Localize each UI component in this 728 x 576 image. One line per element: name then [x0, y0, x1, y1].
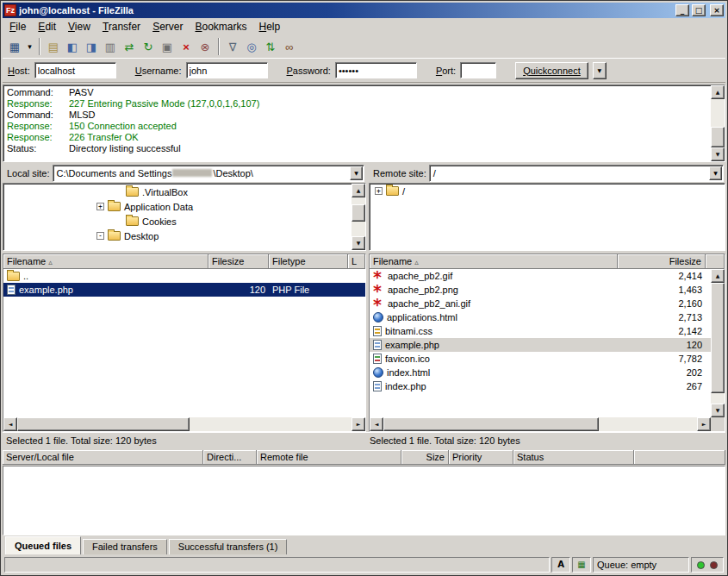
file-row[interactable]: applications.html 2,713: [370, 310, 711, 324]
scrollbar-thumb[interactable]: [352, 204, 365, 222]
scroll-right-button[interactable]: [697, 417, 711, 431]
column-header-filesize[interactable]: Filesize: [208, 254, 269, 269]
scroll-down-button[interactable]: [352, 236, 365, 250]
file-row[interactable]: apache_pb2_ani.gif 2,160: [370, 297, 711, 310]
scroll-down-button[interactable]: [711, 147, 725, 161]
scroll-up-button[interactable]: [711, 269, 725, 283]
php-file-icon: [7, 285, 16, 295]
file-row[interactable]: index.html 202: [370, 366, 711, 379]
tree-scrollbar[interactable]: [352, 184, 365, 250]
column-header-server-local-file[interactable]: Server/Local file: [3, 450, 203, 465]
column-header-filename[interactable]: Filename: [370, 254, 618, 269]
minimize-button[interactable]: _: [675, 4, 689, 16]
redacted-username: [172, 169, 212, 177]
port-label: Port:: [436, 66, 456, 76]
combo-dropdown-button[interactable]: [709, 166, 722, 180]
file-row-parent-dir[interactable]: ..: [3, 269, 365, 283]
tree-item[interactable]: - Desktop: [3, 229, 352, 243]
file-row[interactable]: bitnami.css 2,142: [370, 324, 711, 338]
log-text: MLSD: [69, 110, 96, 121]
menu-help[interactable]: Help: [253, 19, 287, 35]
menu-transfer[interactable]: Transfer: [96, 19, 146, 35]
log-scrollbar[interactable]: [711, 85, 725, 161]
toggle-message-log-button[interactable]: ▤: [44, 37, 63, 56]
transfer-files-button[interactable]: ⇄: [120, 37, 139, 56]
maximize-button[interactable]: □: [692, 4, 706, 16]
scrollbar-thumb[interactable]: [383, 417, 599, 431]
file-row[interactable]: index.php 267: [370, 379, 711, 393]
file-row[interactable]: apache_pb2.png 1,463: [370, 283, 711, 297]
toggle-local-tree-button[interactable]: ◧: [63, 37, 82, 56]
local-horizontal-scrollbar[interactable]: [3, 417, 365, 431]
tab-successful-transfers[interactable]: Successful transfers (1): [169, 539, 288, 554]
scroll-right-button[interactable]: [352, 417, 365, 431]
remote-vertical-scrollbar[interactable]: [711, 269, 725, 417]
quickconnect-dropdown-button[interactable]: [593, 62, 607, 79]
menu-view[interactable]: View: [62, 19, 96, 35]
process-queue-button[interactable]: ▣: [158, 37, 177, 56]
file-list-row: Filename Filesize Filetype L .. example.…: [3, 254, 725, 432]
toolbar: ▦ ▾ ▤ ◧ ◨ ▥ ⇄ ↻ ▣ × ⊗ ∇ ◎ ⇅ ∞: [3, 35, 725, 59]
quickconnect-button[interactable]: Quickconnect: [515, 62, 588, 79]
column-header-filetype[interactable]: Filetype: [269, 254, 348, 269]
cancel-button[interactable]: ×: [177, 37, 196, 56]
file-row-selected[interactable]: example.php 120 PHP File: [3, 283, 365, 297]
toggle-remote-tree-button[interactable]: ◨: [82, 37, 101, 56]
menu-server[interactable]: Server: [146, 19, 189, 35]
menu-edit[interactable]: Edit: [32, 19, 62, 35]
column-header-filesize[interactable]: Filesize: [618, 254, 706, 269]
scroll-down-button[interactable]: [711, 404, 725, 417]
tree-item[interactable]: Cookies: [3, 214, 352, 229]
tree-item[interactable]: .VirtualBox: [3, 185, 352, 199]
window-title: john@localhost - FileZilla: [19, 3, 673, 18]
remote-horizontal-scrollbar[interactable]: [370, 417, 711, 431]
synchronized-browsing-button[interactable]: ⇅: [261, 37, 280, 56]
scroll-left-button[interactable]: [3, 417, 17, 431]
tree-item[interactable]: + /: [370, 184, 725, 198]
close-button[interactable]: ×: [710, 4, 724, 16]
site-manager-dropdown-button[interactable]: ▾: [24, 37, 35, 56]
process-queue-icon: ▣: [162, 41, 172, 53]
tab-queued-files[interactable]: Queued files: [5, 536, 81, 554]
column-header-direction[interactable]: Directi...: [203, 450, 257, 465]
scroll-up-button[interactable]: [711, 85, 725, 99]
site-manager-button[interactable]: ▦: [5, 37, 24, 56]
scrollbar-thumb[interactable]: [17, 417, 190, 431]
column-header-status[interactable]: Status: [513, 450, 634, 465]
find-files-button[interactable]: ∞: [280, 37, 299, 56]
file-row[interactable]: favicon.ico 7,782: [370, 352, 711, 366]
column-header-priority[interactable]: Priority: [449, 450, 513, 465]
queue-body: [3, 466, 725, 535]
tab-failed-transfers[interactable]: Failed transfers: [83, 539, 167, 554]
column-header-remote-file[interactable]: Remote file: [257, 450, 401, 465]
column-header-filename[interactable]: Filename: [3, 254, 208, 269]
scroll-left-button[interactable]: [370, 417, 383, 431]
scrollbar-thumb[interactable]: [711, 127, 725, 147]
file-row[interactable]: apache_pb2.gif 2,414: [370, 269, 711, 283]
collapse-icon[interactable]: -: [96, 232, 104, 240]
toggle-queue-button[interactable]: ▥: [101, 37, 120, 56]
port-input[interactable]: [460, 62, 496, 78]
scrollbar-corner: [711, 417, 725, 431]
combo-dropdown-button[interactable]: [350, 166, 363, 180]
menu-bookmarks[interactable]: Bookmarks: [189, 19, 252, 35]
refresh-button[interactable]: ↻: [139, 37, 158, 56]
local-site-combo[interactable]: C:\Documents and Settings\Desktop\: [53, 165, 364, 182]
filter-button[interactable]: ∇: [223, 37, 242, 56]
column-header-size[interactable]: Size: [401, 450, 449, 465]
file-row-selected-inactive[interactable]: example.php 120: [370, 338, 711, 352]
remote-site-combo[interactable]: /: [429, 165, 724, 182]
tree-item[interactable]: + Application Data: [3, 199, 352, 214]
expand-icon[interactable]: +: [96, 203, 104, 210]
menu-file[interactable]: File: [3, 19, 32, 35]
disconnect-button[interactable]: ⊗: [196, 37, 215, 56]
quickconnect-bar: Host: Username: Password: Port: Quickcon…: [3, 59, 725, 83]
host-input[interactable]: [34, 62, 116, 78]
scroll-up-button[interactable]: [352, 184, 365, 197]
password-input[interactable]: [335, 62, 417, 78]
scrollbar-thumb[interactable]: [711, 283, 725, 393]
directory-comparison-button[interactable]: ◎: [242, 37, 261, 56]
username-input[interactable]: [186, 62, 268, 78]
column-header-last-modified[interactable]: L: [348, 254, 365, 269]
expand-icon[interactable]: +: [375, 187, 383, 195]
